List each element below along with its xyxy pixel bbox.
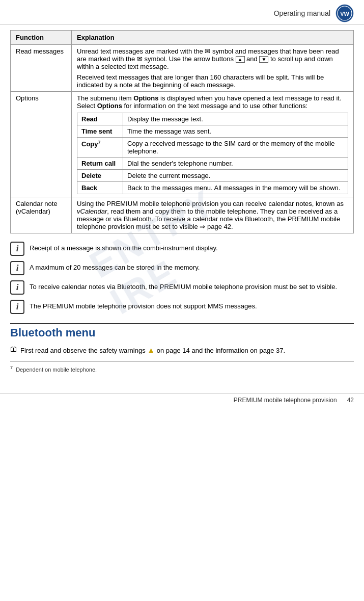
info-text-4: The PREMIUM mobile telephone provision d… — [30, 300, 257, 311]
option-desc-delete: Delete the current message. — [123, 170, 348, 182]
option-row-returncall: Return call Dial the sender's telephone … — [77, 158, 348, 170]
footnote-desc: Dependent on mobile telephone. — [16, 367, 97, 373]
option-row-back: Back Back to the messages menu. All mess… — [77, 182, 348, 194]
info-text-3: To receive calendar notes via Bluetooth,… — [30, 280, 337, 292]
col-header-explanation: Explanation — [72, 31, 354, 45]
footnote-text: 7 Dependent on mobile telephone. — [10, 365, 354, 373]
footnote-number: 7 — [10, 365, 13, 370]
bluetooth-menu-title: Bluetooth menu — [10, 326, 354, 339]
info-block-2: i A maximum of 20 messages can be stored… — [10, 261, 354, 275]
safety-note-and: and — [191, 347, 203, 354]
info-block-3: i To receive calendar notes via Bluetoot… — [10, 280, 354, 295]
info-block-4: i The PREMIUM mobile telephone provision… — [10, 300, 354, 314]
envelope-unread-icon: ✉ — [205, 47, 210, 55]
warning-triangle-icon: ▲ — [147, 346, 155, 354]
options-inner-table: Read Display the message text. Time sent… — [77, 113, 348, 194]
info-text-1: Receipt of a message is shown on the com… — [30, 242, 218, 253]
option-desc-timesent: Time the message was sent. — [123, 125, 348, 138]
info-icon-2: i — [10, 261, 24, 275]
func-cell-calendar: Calendar note (vCalendar) — [11, 197, 72, 233]
safety-note: 🕮 First read and observe the safety warn… — [10, 345, 354, 355]
func-cell-options: Options — [11, 92, 72, 197]
option-label-returncall: Return call — [77, 158, 123, 170]
envelope-read-icon: ✉ — [137, 55, 143, 63]
option-desc-returncall: Dial the sender's telephone number. — [123, 158, 348, 170]
info-block-1: i Receipt of a message is shown on the c… — [10, 242, 354, 256]
info-icon-4: i — [10, 300, 24, 314]
main-table: Function Explanation Read messages Unrea… — [10, 30, 354, 233]
option-desc-copy: Copy a received message to the SIM card … — [123, 138, 348, 158]
option-label-read: Read — [77, 113, 123, 125]
bluetooth-section: Bluetooth menu 🕮 First read and observe … — [10, 323, 354, 355]
option-label-copy: Copy7 — [77, 138, 123, 158]
option-row-timesent: Time sent Time the message was sent. — [77, 125, 348, 138]
main-content: Function Explanation Read messages Unrea… — [0, 25, 364, 378]
option-desc-read: Display the message text. — [123, 113, 348, 125]
footer-text: PREMIUM mobile telephone provision 42 — [234, 397, 354, 404]
footnote-section: 7 Dependent on mobile telephone. — [10, 361, 354, 373]
footer-page-number: 42 — [347, 397, 354, 404]
arrow-up-icon: ▲ — [236, 56, 245, 63]
book-icon: 🕮 — [10, 345, 17, 355]
option-label-timesent: Time sent — [77, 125, 123, 138]
option-label-delete: Delete — [77, 170, 123, 182]
col-header-function: Function — [11, 31, 72, 45]
table-row-options: Options The submenu item Options is disp… — [11, 92, 354, 197]
option-row-delete: Delete Delete the current message. — [77, 170, 348, 182]
page-footer: PREMIUM mobile telephone provision 42 — [0, 393, 364, 407]
footer-label: PREMIUM mobile telephone provision — [234, 397, 337, 404]
info-text-2: A maximum of 20 messages can be stored i… — [30, 261, 200, 272]
explain-cell-read: Unread text messages are marked with the… — [72, 45, 354, 92]
arrow-down-icon: ▼ — [259, 56, 268, 63]
header-title: Operating manual — [274, 9, 330, 17]
info-icon-1: i — [10, 242, 24, 256]
option-row-copy: Copy7 Copy a received message to the SIM… — [77, 138, 348, 158]
page-header: Operating manual VW — [0, 0, 364, 25]
func-cell-read: Read messages — [11, 45, 72, 92]
safety-note-text: First read and observe the safety warnin… — [20, 345, 285, 355]
vw-logo-icon: VW — [335, 4, 354, 22]
svg-text:VW: VW — [340, 11, 349, 17]
option-row-read: Read Display the message text. — [77, 113, 348, 125]
table-row-calendar: Calendar note (vCalendar) Using the PREM… — [11, 197, 354, 233]
info-icon-3: i — [10, 280, 24, 295]
option-desc-back: Back to the messages menu. All messages … — [123, 182, 348, 194]
option-label-back: Back — [77, 182, 123, 194]
explain-cell-calendar: Using the PREMIUM mobile telephone provi… — [72, 197, 354, 233]
explain-cell-options: The submenu item Options is displayed wh… — [72, 92, 354, 197]
table-row-read-messages: Read messages Unread text messages are m… — [11, 45, 354, 92]
